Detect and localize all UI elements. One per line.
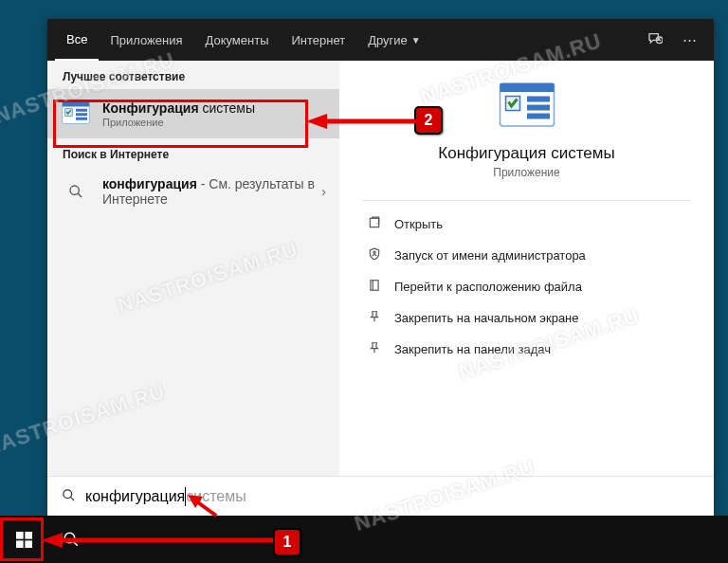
- svg-rect-3: [76, 109, 87, 112]
- preview-column: Конфигурация системы Приложение Открыть …: [339, 61, 714, 476]
- svg-line-8: [78, 193, 82, 197]
- divider: [362, 200, 691, 201]
- windows-icon: [16, 532, 32, 548]
- taskbar-search-button[interactable]: [47, 516, 95, 563]
- preview-title: Конфигурация системы: [438, 144, 614, 163]
- action-label: Закрепить на панели задач: [394, 342, 551, 356]
- svg-rect-15: [370, 218, 378, 227]
- results-column: Лучшее соответствие Конфигурация системы: [47, 61, 339, 476]
- preview-subtitle: Приложение: [493, 166, 559, 179]
- search-typed-text: конфигурация: [85, 488, 185, 505]
- svg-rect-4: [76, 113, 87, 116]
- tab-more[interactable]: Другие▼: [356, 19, 432, 61]
- open-icon: [364, 216, 385, 232]
- search-icon: [63, 531, 80, 548]
- more-icon[interactable]: ⋯: [672, 31, 706, 48]
- svg-point-16: [373, 251, 375, 253]
- section-best-match: Лучшее соответствие: [47, 61, 339, 89]
- admin-icon: [364, 247, 385, 263]
- svg-rect-12: [527, 105, 550, 111]
- result-web-search[interactable]: конфигурация - См. результаты в Интернет…: [47, 167, 339, 216]
- start-button[interactable]: [0, 516, 47, 563]
- svg-rect-25: [16, 540, 24, 548]
- tab-apps[interactable]: Приложения: [99, 19, 193, 61]
- svg-point-21: [63, 489, 71, 498]
- search-tabs: Все Приложения Документы Интернет Другие…: [47, 19, 714, 61]
- preview-app-icon: [499, 82, 555, 131]
- msconfig-icon: [61, 99, 91, 129]
- action-label: Закрепить на начальном экране: [394, 311, 579, 325]
- svg-rect-2: [63, 102, 90, 107]
- svg-rect-23: [16, 532, 24, 539]
- svg-rect-10: [500, 83, 554, 92]
- section-web: Поиск в Интернете: [47, 138, 339, 167]
- svg-rect-17: [371, 281, 378, 291]
- search-suggestion: системы: [186, 488, 246, 505]
- result-subtitle: Приложение: [102, 117, 326, 128]
- pin-start-icon: [364, 310, 385, 326]
- svg-rect-26: [25, 540, 32, 548]
- chevron-down-icon: ▼: [411, 35, 421, 45]
- search-icon: [61, 176, 91, 207]
- svg-rect-11: [527, 97, 550, 102]
- tab-web[interactable]: Интернет: [280, 19, 356, 61]
- result-system-configuration[interactable]: Конфигурация системы Приложение: [47, 89, 339, 138]
- windows-search-panel: Все Приложения Документы Интернет Другие…: [47, 19, 714, 516]
- action-run-as-admin[interactable]: Запуск от имени администратора: [362, 240, 691, 271]
- action-pin-start[interactable]: Закрепить на начальном экране: [362, 302, 691, 334]
- action-open-location[interactable]: Перейти к расположению файла: [362, 271, 691, 302]
- svg-point-7: [70, 186, 79, 194]
- result-title: Конфигурация системы: [102, 100, 326, 116]
- action-label: Перейти к расположению файла: [394, 280, 582, 294]
- tab-all[interactable]: Все: [55, 19, 99, 61]
- pin-taskbar-icon: [364, 341, 385, 357]
- result-title: конфигурация - См. результаты в Интернет…: [102, 176, 321, 207]
- search-icon: [59, 488, 78, 505]
- feedback-icon[interactable]: [638, 31, 672, 49]
- svg-rect-5: [76, 118, 87, 120]
- svg-rect-24: [25, 532, 32, 539]
- svg-rect-13: [527, 114, 550, 119]
- taskbar: [0, 516, 728, 563]
- action-pin-taskbar[interactable]: Закрепить на панели задач: [362, 334, 691, 365]
- action-open[interactable]: Открыть: [362, 209, 691, 240]
- tab-documents[interactable]: Документы: [193, 19, 280, 61]
- folder-icon: [364, 279, 385, 295]
- action-label: Запуск от имени администратора: [394, 248, 586, 263]
- svg-line-28: [73, 541, 78, 546]
- action-label: Открыть: [394, 217, 443, 231]
- svg-line-22: [70, 497, 74, 500]
- search-input-row[interactable]: конфигурация системы: [47, 476, 714, 516]
- svg-point-27: [64, 533, 75, 543]
- chevron-right-icon: ›: [321, 184, 326, 199]
